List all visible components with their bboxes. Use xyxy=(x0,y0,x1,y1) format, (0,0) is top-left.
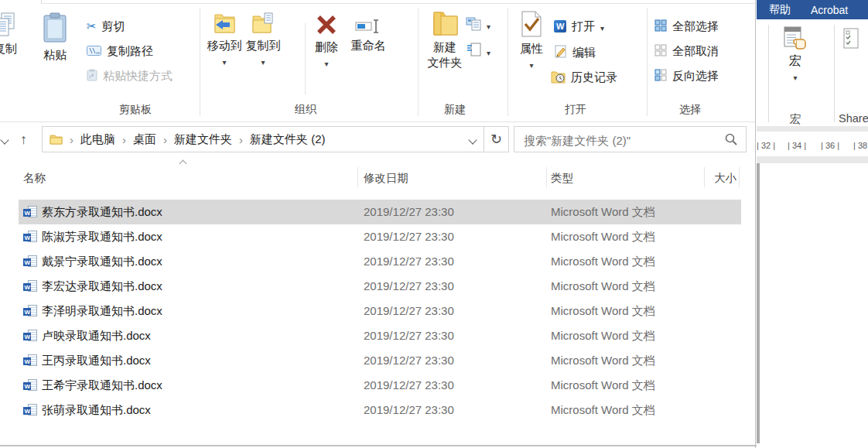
rename-button[interactable]: 重命名 xyxy=(347,19,390,52)
copy-to-button[interactable]: 复制到 xyxy=(244,12,282,67)
history-button[interactable]: 历史记录 xyxy=(551,68,617,87)
file-row[interactable]: 陈淑芳录取通知书.docx 2019/12/27 23:30 Microsoft… xyxy=(19,224,741,249)
file-list: 蔡东方录取通知书.docx 2019/12/27 23:30 Microsoft… xyxy=(19,200,741,422)
easy-access-dropdown-icon[interactable] xyxy=(487,19,490,32)
paste-shortcut-icon xyxy=(87,69,97,84)
word-ribbon-tab[interactable]: 帮助 xyxy=(769,3,791,17)
column-header-type[interactable]: 类型 xyxy=(551,169,573,187)
file-row[interactable]: 卢映录取通知书.docx 2019/12/27 23:30 Microsoft … xyxy=(19,323,741,348)
select-all-label: 全部选择 xyxy=(672,19,719,34)
checklist-icon[interactable] xyxy=(843,28,859,52)
new-item-button[interactable] xyxy=(467,42,490,60)
file-type: Microsoft Word 文档 xyxy=(551,373,655,398)
move-to-dropdown-icon[interactable] xyxy=(222,54,226,67)
column-separator[interactable] xyxy=(546,167,547,187)
file-row[interactable]: 王丙录取通知书.docx 2019/12/27 23:30 Microsoft … xyxy=(19,348,741,373)
copy-button[interactable]: 复制 xyxy=(0,12,23,55)
invert-selection-button[interactable]: 反向选择 xyxy=(654,67,719,85)
copy-to-dropdown-icon[interactable] xyxy=(261,54,265,67)
word-file-icon xyxy=(23,330,37,342)
column-header-name[interactable]: 名称 xyxy=(23,169,46,187)
properties-button[interactable]: 属性 xyxy=(514,11,549,70)
paste-button[interactable]: 粘贴 xyxy=(37,12,73,61)
column-header-size[interactable]: 大小 xyxy=(696,169,736,187)
file-date: 2019/12/27 23:30 xyxy=(364,224,454,249)
refresh-button[interactable]: ↻ xyxy=(484,126,509,152)
open-dropdown-icon[interactable] xyxy=(600,20,604,33)
properties-dropdown-icon[interactable] xyxy=(529,57,533,70)
bottom-edge xyxy=(0,445,868,446)
file-row[interactable]: 王希宇录取通知书.docx 2019/12/27 23:30 Microsoft… xyxy=(19,373,741,398)
properties-check-icon xyxy=(521,11,542,39)
file-date: 2019/12/27 23:30 xyxy=(364,348,454,373)
word-ruler[interactable]: | 32 || 34 || 36 || 38 xyxy=(757,132,868,156)
word-title-bar[interactable]: 帮助Acrobat xyxy=(757,0,868,19)
word-file-icon xyxy=(23,255,37,268)
recent-locations-chevron-icon[interactable] xyxy=(0,135,9,144)
clipboard-group-label: 剪贴板 xyxy=(108,103,162,117)
macro-dropdown-icon[interactable] xyxy=(793,70,797,83)
macro-button[interactable]: 宏 xyxy=(775,26,815,83)
macro-icon xyxy=(784,26,807,52)
breadcrumb-item[interactable]: 桌面 xyxy=(115,132,156,147)
word-file-icon xyxy=(23,206,37,218)
column-separator[interactable] xyxy=(357,167,358,187)
breadcrumb-item[interactable]: 新建文件夹 xyxy=(156,132,232,147)
column-separator[interactable] xyxy=(739,167,740,187)
group-divider xyxy=(647,8,648,116)
word-logo-block xyxy=(23,283,31,291)
file-date: 2019/12/27 23:30 xyxy=(364,373,454,398)
word-logo-block xyxy=(23,333,31,340)
delete-dropdown-icon[interactable] xyxy=(324,56,328,69)
file-name: 蔡东方录取通知书.docx xyxy=(42,200,162,224)
address-bar[interactable]: 此电脑桌面新建文件夹新建文件夹 (2) xyxy=(42,126,484,152)
breadcrumb-item[interactable]: 此电脑 xyxy=(63,132,115,147)
ruler-mark: | 32 | xyxy=(757,141,775,150)
select-none-icon xyxy=(654,44,667,59)
file-name: 戴景宁录取通知书.docx xyxy=(42,249,162,274)
share-group-label: Share xyxy=(839,112,868,125)
copy-path-button[interactable]: 复制路径 xyxy=(87,42,153,60)
tab-edge xyxy=(41,0,42,3)
select-all-button[interactable]: 全部选择 xyxy=(654,17,719,36)
copy-to-label: 复制到 xyxy=(246,39,281,52)
breadcrumb-item[interactable]: 新建文件夹 (2) xyxy=(232,132,326,147)
word-ribbon-tab[interactable]: Acrobat xyxy=(811,4,848,16)
file-name: 王丙录取通知书.docx xyxy=(42,348,151,373)
refresh-icon: ↻ xyxy=(490,132,502,147)
new-item-dropdown-icon[interactable] xyxy=(487,45,490,58)
open-group-label: 打开 xyxy=(554,103,597,117)
copy-path-icon xyxy=(87,45,101,58)
move-to-label: 移动到 xyxy=(207,39,242,52)
edit-button[interactable]: 编辑 xyxy=(554,43,596,62)
scissors-icon: ✂ xyxy=(87,20,97,32)
ruler-bottom-band xyxy=(757,156,868,163)
delete-button[interactable]: 删除 xyxy=(309,14,343,69)
easy-access-button[interactable] xyxy=(466,15,490,34)
column-separator[interactable] xyxy=(704,167,705,187)
move-to-button[interactable]: 移动到 xyxy=(206,12,243,67)
properties-label: 属性 xyxy=(520,42,543,55)
open-button[interactable]: 打开 xyxy=(554,17,604,36)
new-folder-button[interactable]: 新建 文件夹 xyxy=(424,9,466,69)
search-input[interactable] xyxy=(522,127,719,153)
file-row[interactable]: 李宏达录取通知书.docx 2019/12/27 23:30 Microsoft… xyxy=(19,274,741,299)
file-row[interactable]: 蔡东方录取通知书.docx 2019/12/27 23:30 Microsoft… xyxy=(19,200,741,224)
file-row[interactable]: 李泽明录取通知书.docx 2019/12/27 23:30 Microsoft… xyxy=(19,299,741,323)
file-type: Microsoft Word 文档 xyxy=(551,323,655,348)
macro-label: 宏 xyxy=(789,54,801,67)
word-document-area[interactable] xyxy=(760,163,868,443)
word-logo-block xyxy=(23,382,31,390)
file-row[interactable]: 戴景宁录取通知书.docx 2019/12/27 23:30 Microsoft… xyxy=(19,249,741,274)
select-none-button[interactable]: 全部取消 xyxy=(654,42,719,60)
new-folder-label-line2: 文件夹 xyxy=(428,56,463,69)
search-box[interactable] xyxy=(514,126,747,152)
file-type: Microsoft Word 文档 xyxy=(551,398,655,422)
up-arrow-icon[interactable]: ↑ xyxy=(20,132,27,146)
paste-shortcut-label: 粘贴快捷方式 xyxy=(103,69,173,84)
cut-button[interactable]: ✂ 剪切 xyxy=(87,17,125,36)
file-type: Microsoft Word 文档 xyxy=(551,249,655,274)
group-divider xyxy=(418,8,419,116)
file-row[interactable]: 张萌录取通知书.docx 2019/12/27 23:30 Microsoft … xyxy=(19,398,741,422)
column-header-date[interactable]: 修改日期 xyxy=(364,169,408,187)
